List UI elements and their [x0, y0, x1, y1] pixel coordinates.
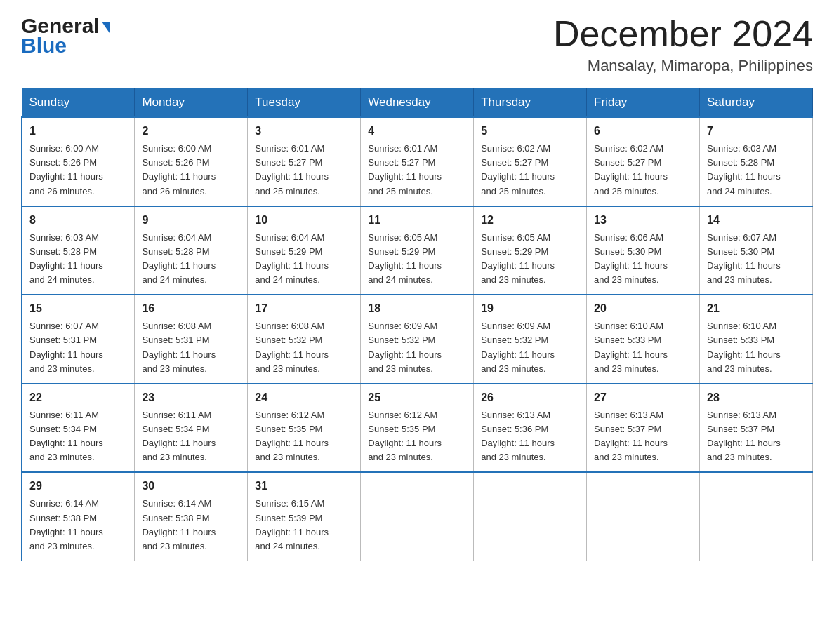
day-info: Sunrise: 6:13 AMSunset: 5:37 PMDaylight:…	[707, 408, 805, 465]
day-info: Sunrise: 6:02 AMSunset: 5:27 PMDaylight:…	[481, 142, 579, 199]
logo: General Blue	[21, 14, 110, 58]
day-info: Sunrise: 6:12 AMSunset: 5:35 PMDaylight:…	[368, 408, 466, 465]
calendar-cell	[587, 472, 700, 561]
day-number: 19	[481, 300, 579, 317]
logo-triangle-icon	[102, 22, 110, 33]
day-number: 1	[29, 123, 127, 140]
calendar-cell: 8Sunrise: 6:03 AMSunset: 5:28 PMDaylight…	[22, 206, 135, 295]
calendar-cell: 7Sunrise: 6:03 AMSunset: 5:28 PMDaylight…	[700, 117, 813, 206]
calendar-cell: 9Sunrise: 6:04 AMSunset: 5:28 PMDaylight…	[135, 206, 248, 295]
calendar-cell	[361, 472, 474, 561]
logo-blue-text: Blue	[21, 34, 110, 58]
calendar-cell: 13Sunrise: 6:06 AMSunset: 5:30 PMDayligh…	[587, 206, 700, 295]
calendar-cell: 6Sunrise: 6:02 AMSunset: 5:27 PMDaylight…	[587, 117, 700, 206]
day-number: 10	[255, 212, 353, 229]
day-info: Sunrise: 6:05 AMSunset: 5:29 PMDaylight:…	[481, 231, 579, 288]
calendar-cell: 15Sunrise: 6:07 AMSunset: 5:31 PMDayligh…	[22, 295, 135, 384]
calendar-cell: 12Sunrise: 6:05 AMSunset: 5:29 PMDayligh…	[474, 206, 587, 295]
calendar-cell: 19Sunrise: 6:09 AMSunset: 5:32 PMDayligh…	[474, 295, 587, 384]
day-number: 16	[142, 300, 240, 317]
calendar-cell: 22Sunrise: 6:11 AMSunset: 5:34 PMDayligh…	[22, 384, 135, 473]
day-number: 2	[142, 123, 240, 140]
location-title: Mansalay, Mimaropa, Philippines	[553, 57, 813, 75]
day-info: Sunrise: 6:00 AMSunset: 5:26 PMDaylight:…	[142, 142, 240, 199]
day-number: 8	[29, 212, 127, 229]
day-number: 27	[594, 389, 692, 406]
calendar-cell: 16Sunrise: 6:08 AMSunset: 5:31 PMDayligh…	[135, 295, 248, 384]
day-info: Sunrise: 6:00 AMSunset: 5:26 PMDaylight:…	[29, 142, 127, 199]
day-info: Sunrise: 6:15 AMSunset: 5:39 PMDaylight:…	[255, 497, 353, 554]
day-info: Sunrise: 6:09 AMSunset: 5:32 PMDaylight:…	[368, 319, 466, 376]
day-number: 12	[481, 212, 579, 229]
day-number: 25	[368, 389, 466, 406]
day-number: 28	[707, 389, 805, 406]
day-info: Sunrise: 6:14 AMSunset: 5:38 PMDaylight:…	[142, 497, 240, 554]
calendar-cell: 18Sunrise: 6:09 AMSunset: 5:32 PMDayligh…	[361, 295, 474, 384]
day-info: Sunrise: 6:13 AMSunset: 5:36 PMDaylight:…	[481, 408, 579, 465]
day-of-week-header: Tuesday	[248, 88, 361, 118]
calendar-cell: 10Sunrise: 6:04 AMSunset: 5:29 PMDayligh…	[248, 206, 361, 295]
day-number: 15	[29, 300, 127, 317]
day-info: Sunrise: 6:01 AMSunset: 5:27 PMDaylight:…	[368, 142, 466, 199]
calendar-cell: 29Sunrise: 6:14 AMSunset: 5:38 PMDayligh…	[22, 472, 135, 561]
page-header: General Blue December 2024 Mansalay, Mim…	[21, 14, 813, 75]
day-info: Sunrise: 6:14 AMSunset: 5:38 PMDaylight:…	[29, 497, 127, 554]
day-info: Sunrise: 6:10 AMSunset: 5:33 PMDaylight:…	[707, 319, 805, 376]
month-title: December 2024	[553, 14, 813, 54]
calendar-cell: 25Sunrise: 6:12 AMSunset: 5:35 PMDayligh…	[361, 384, 474, 473]
day-info: Sunrise: 6:03 AMSunset: 5:28 PMDaylight:…	[707, 142, 805, 199]
day-info: Sunrise: 6:09 AMSunset: 5:32 PMDaylight:…	[481, 319, 579, 376]
day-info: Sunrise: 6:07 AMSunset: 5:31 PMDaylight:…	[29, 319, 127, 376]
calendar-cell: 2Sunrise: 6:00 AMSunset: 5:26 PMDaylight…	[135, 117, 248, 206]
day-info: Sunrise: 6:11 AMSunset: 5:34 PMDaylight:…	[29, 408, 127, 465]
calendar-cell: 20Sunrise: 6:10 AMSunset: 5:33 PMDayligh…	[587, 295, 700, 384]
day-info: Sunrise: 6:08 AMSunset: 5:32 PMDaylight:…	[255, 319, 353, 376]
day-info: Sunrise: 6:06 AMSunset: 5:30 PMDaylight:…	[594, 231, 692, 288]
day-number: 23	[142, 389, 240, 406]
calendar-header-row: SundayMondayTuesdayWednesdayThursdayFrid…	[22, 88, 813, 118]
day-info: Sunrise: 6:13 AMSunset: 5:37 PMDaylight:…	[594, 408, 692, 465]
day-info: Sunrise: 6:02 AMSunset: 5:27 PMDaylight:…	[594, 142, 692, 199]
day-of-week-header: Sunday	[22, 88, 135, 118]
day-number: 6	[594, 123, 692, 140]
calendar-cell: 28Sunrise: 6:13 AMSunset: 5:37 PMDayligh…	[700, 384, 813, 473]
day-number: 29	[29, 478, 127, 495]
day-info: Sunrise: 6:04 AMSunset: 5:28 PMDaylight:…	[142, 231, 240, 288]
day-of-week-header: Wednesday	[361, 88, 474, 118]
calendar-cell	[474, 472, 587, 561]
calendar-cell: 17Sunrise: 6:08 AMSunset: 5:32 PMDayligh…	[248, 295, 361, 384]
day-number: 5	[481, 123, 579, 140]
calendar-cell: 3Sunrise: 6:01 AMSunset: 5:27 PMDaylight…	[248, 117, 361, 206]
day-info: Sunrise: 6:05 AMSunset: 5:29 PMDaylight:…	[368, 231, 466, 288]
day-number: 22	[29, 389, 127, 406]
day-info: Sunrise: 6:04 AMSunset: 5:29 PMDaylight:…	[255, 231, 353, 288]
day-number: 14	[707, 212, 805, 229]
calendar-cell: 26Sunrise: 6:13 AMSunset: 5:36 PMDayligh…	[474, 384, 587, 473]
day-info: Sunrise: 6:03 AMSunset: 5:28 PMDaylight:…	[29, 231, 127, 288]
day-of-week-header: Monday	[135, 88, 248, 118]
day-number: 11	[368, 212, 466, 229]
week-row: 1Sunrise: 6:00 AMSunset: 5:26 PMDaylight…	[22, 117, 813, 206]
day-number: 7	[707, 123, 805, 140]
day-number: 3	[255, 123, 353, 140]
title-area: December 2024 Mansalay, Mimaropa, Philip…	[553, 14, 813, 75]
calendar-cell: 30Sunrise: 6:14 AMSunset: 5:38 PMDayligh…	[135, 472, 248, 561]
day-number: 24	[255, 389, 353, 406]
day-info: Sunrise: 6:08 AMSunset: 5:31 PMDaylight:…	[142, 319, 240, 376]
week-row: 15Sunrise: 6:07 AMSunset: 5:31 PMDayligh…	[22, 295, 813, 384]
week-row: 8Sunrise: 6:03 AMSunset: 5:28 PMDaylight…	[22, 206, 813, 295]
day-info: Sunrise: 6:12 AMSunset: 5:35 PMDaylight:…	[255, 408, 353, 465]
day-number: 20	[594, 300, 692, 317]
calendar-cell: 21Sunrise: 6:10 AMSunset: 5:33 PMDayligh…	[700, 295, 813, 384]
week-row: 22Sunrise: 6:11 AMSunset: 5:34 PMDayligh…	[22, 384, 813, 473]
calendar-cell: 5Sunrise: 6:02 AMSunset: 5:27 PMDaylight…	[474, 117, 587, 206]
day-of-week-header: Thursday	[474, 88, 587, 118]
calendar-cell: 31Sunrise: 6:15 AMSunset: 5:39 PMDayligh…	[248, 472, 361, 561]
calendar-cell: 4Sunrise: 6:01 AMSunset: 5:27 PMDaylight…	[361, 117, 474, 206]
calendar-cell: 23Sunrise: 6:11 AMSunset: 5:34 PMDayligh…	[135, 384, 248, 473]
calendar-cell: 1Sunrise: 6:00 AMSunset: 5:26 PMDaylight…	[22, 117, 135, 206]
day-number: 17	[255, 300, 353, 317]
day-number: 4	[368, 123, 466, 140]
day-info: Sunrise: 6:01 AMSunset: 5:27 PMDaylight:…	[255, 142, 353, 199]
day-number: 13	[594, 212, 692, 229]
